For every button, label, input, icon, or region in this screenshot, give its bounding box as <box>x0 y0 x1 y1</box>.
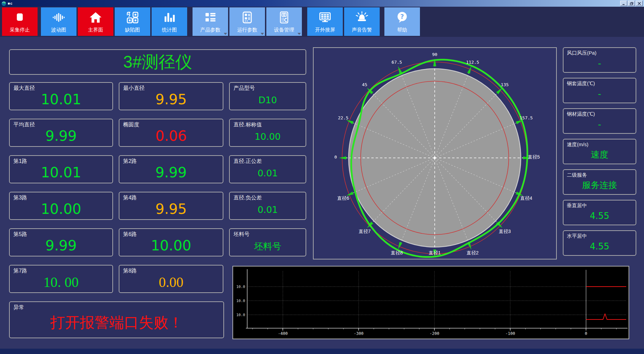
metric-cell-diameter-minus-tol: 直径.负公差0.01 <box>229 192 306 220</box>
product-list-icon <box>203 10 218 25</box>
metric-cell-billet-no: 坯料号坯料号 <box>229 228 306 256</box>
metric-cell-path-7: 第7路10. 00 <box>9 265 113 293</box>
alarm-panel: 异常 打开报警端口失败！ <box>9 301 224 338</box>
toolbar-button-statistics-chart[interactable]: 统计图 <box>152 7 187 36</box>
trend-x-label: -400 <box>278 331 288 336</box>
polar-angle-label: 0 <box>334 155 337 160</box>
side-value-steel-temperature: - <box>564 115 636 133</box>
side-box-tuyere-pressure: 风口风压(Pa)- <box>563 47 636 73</box>
svg-text:?: ? <box>400 13 404 20</box>
stop-icon <box>12 10 27 25</box>
polar-diameter-label: 直径4 <box>520 195 532 201</box>
help-icon: ? <box>395 10 410 25</box>
polar-diameter-label: 直径1 <box>429 250 441 255</box>
metric-value-diameter-minus-tol: 0.01 <box>230 200 306 219</box>
side-value-secondary-service: 服务连接 <box>564 176 636 194</box>
dropdown-arrow-icon <box>298 33 301 35</box>
trend-x-label: -300 <box>354 331 364 336</box>
side-box-secondary-service: 二级服务服务连接 <box>563 169 636 195</box>
bar-chart-icon <box>162 10 177 25</box>
metric-value-product-model: D10 <box>230 91 306 110</box>
metric-value-path-7: 10. 00 <box>10 272 112 292</box>
waveform-icon <box>51 10 66 25</box>
toolbar-button-label: 开外接屏 <box>315 27 335 33</box>
minimize-button[interactable] <box>620 1 627 6</box>
side-box-speed: 速度(m/s)速度 <box>563 139 636 164</box>
device-manage-icon <box>277 10 291 25</box>
side-box-steel-temperature: 钢材温度(℃)- <box>563 108 636 134</box>
toolbar-button-label: 帮助 <box>397 27 407 33</box>
metric-cell-path-8: 第8路0.00 <box>119 265 223 293</box>
toolbar-button-product-params[interactable]: 产品参数 <box>193 7 228 36</box>
trend-x-label: -200 <box>430 331 439 336</box>
metric-cell-path-4: 第4路9.95 <box>119 192 223 220</box>
toolbar-button-label: 统计图 <box>162 27 177 33</box>
polar-angle-label: 67.5 <box>391 60 402 65</box>
metric-cell-path-3: 第3路10.00 <box>9 192 113 220</box>
dropdown-arrow-icon <box>261 33 264 35</box>
metric-value-billet-no: 坯料号 <box>230 237 306 256</box>
close-button[interactable] <box>636 1 643 6</box>
polar-profile-chart: 022.54567.590112.5135157.5直径5直径4直径3直径2直径… <box>314 48 556 259</box>
external-screen-icon <box>318 10 332 25</box>
toolbar: 采集停止波动图主界面缺陷图统计图产品参数运行参数设备管理开外接屏声音告警?帮助 <box>0 7 644 37</box>
polar-diameter-label: 直径7 <box>359 229 371 234</box>
polar-diameter-label: 直径3 <box>499 229 511 234</box>
run-params-icon <box>240 10 255 25</box>
side-box-sleeve-temperature: 钢套温度(℃)- <box>563 78 636 103</box>
bottom-strip <box>0 349 644 354</box>
polar-diameter-label: 直径5 <box>528 154 540 160</box>
polar-angle-label: 90 <box>432 52 437 57</box>
metric-value-path-4: 9.95 <box>119 199 223 219</box>
metric-value-ovality: 0.06 <box>119 126 223 146</box>
toolbar-button-sound-alarm[interactable]: 声音告警 <box>344 7 380 36</box>
metric-cell-path-6: 第6路10.00 <box>119 228 223 256</box>
toolbar-button-defect-chart[interactable]: 缺陷图 <box>115 7 150 36</box>
polar-angle-label: 135 <box>501 82 508 87</box>
toolbar-button-external-screen[interactable]: 开外接屏 <box>307 7 343 36</box>
metric-cell-path-5: 第5路9.99 <box>9 228 113 256</box>
metric-value-path-2: 9.99 <box>119 162 223 183</box>
metric-value-max-diameter: 10.01 <box>10 89 112 110</box>
metric-cell-avg-diameter: 平均直径9.99 <box>9 119 113 147</box>
toolbar-button-help[interactable]: ?帮助 <box>384 7 420 36</box>
polar-angle-label: 22.5 <box>338 115 348 120</box>
toolbar-button-wave-chart[interactable]: 波动图 <box>41 7 76 36</box>
metric-cell-min-diameter: 最小直径9.95 <box>119 82 223 110</box>
metric-cell-max-diameter: 最大直径10.01 <box>9 82 113 110</box>
restore-icon <box>630 2 633 5</box>
metric-value-path-5: 9.99 <box>10 235 112 256</box>
gauge-title: 3#测径仪 <box>123 51 192 73</box>
metric-cell-product-model: 产品型号D10 <box>229 82 306 110</box>
toolbar-button-device-manage[interactable]: 设备管理 <box>266 7 302 36</box>
side-value-tuyere-pressure: - <box>564 54 636 72</box>
alarm-message: 打开报警端口失败！ <box>10 308 223 338</box>
toolbar-button-label: 缺陷图 <box>125 27 140 33</box>
polar-profile-panel: 022.54567.590112.5135157.5直径5直径4直径3直径2直径… <box>313 47 557 259</box>
gauge-title-panel: 3#测径仪 <box>9 49 306 75</box>
toolbar-button-label: 运行参数 <box>237 27 257 33</box>
polar-diameter-label: 直径2 <box>467 250 479 255</box>
dropdown-arrow-icon <box>224 33 227 35</box>
trend-chart: 10.010.010.0-400-300-200-1000 <box>233 267 629 339</box>
window-titlebar: ■c <box>0 0 644 7</box>
metric-value-diameter-nominal: 10.00 <box>230 127 306 146</box>
toolbar-button-main-screen[interactable]: 主界面 <box>78 7 113 36</box>
toolbar-button-run-params[interactable]: 运行参数 <box>229 7 265 36</box>
toolbar-button-label: 采集停止 <box>10 27 30 33</box>
close-icon <box>638 2 641 5</box>
metric-value-path-1: 10.01 <box>10 162 112 183</box>
side-value-speed: 速度 <box>564 146 636 164</box>
toolbar-button-label: 声音告警 <box>352 27 372 33</box>
restore-button[interactable] <box>628 1 635 6</box>
window-title: ■c <box>8 1 13 5</box>
siren-icon <box>355 10 369 25</box>
polar-angle-label: 157.5 <box>520 115 533 120</box>
defect-grid-icon <box>125 10 140 25</box>
toolbar-button-label: 设备管理 <box>274 27 294 33</box>
diameter-gauge-app: ■c 采集停止波动图主界面缺陷图统计图产品参数运行参数设备管理开外接屏声音告警?… <box>0 0 644 354</box>
app-logo-icon <box>1 1 6 6</box>
polar-diameter-label: 直径8 <box>391 250 403 255</box>
toolbar-button-stop-acquisition[interactable]: 采集停止 <box>2 7 38 36</box>
side-box-horizontal-center: 水平居中4.55 <box>563 230 636 256</box>
